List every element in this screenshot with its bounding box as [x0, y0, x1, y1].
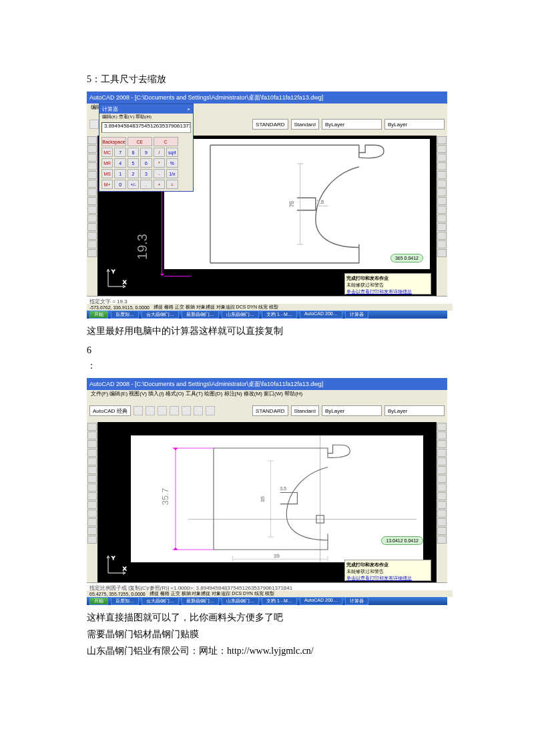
tool-icon[interactable]	[206, 406, 215, 415]
textstyle-dropdown[interactable]: Standard	[291, 405, 319, 416]
calc-1[interactable]: 1	[114, 169, 125, 178]
tool-icon[interactable]	[87, 180, 97, 188]
tool-icon[interactable]	[87, 457, 97, 465]
tool-icon[interactable]	[87, 440, 97, 448]
tool-icon[interactable]	[87, 240, 97, 248]
calc-dot[interactable]: .	[140, 180, 152, 189]
tool-icon[interactable]	[87, 449, 97, 457]
task-item[interactable]: 文档 1 - M…	[262, 311, 297, 319]
bylayer-dropdown[interactable]: ByLayer	[322, 405, 382, 416]
tool-icon[interactable]	[437, 536, 447, 544]
tool-icon[interactable]	[437, 484, 447, 492]
task-item[interactable]: 最新晶钢门…	[182, 597, 219, 605]
task-item[interactable]: AutoCAD 200…	[300, 597, 342, 605]
drawing-area[interactable]: 35.7 35 3.5 35 YX 13.0412 0.0412 完成打印和发布…	[97, 422, 437, 582]
tool-icon[interactable]	[87, 206, 97, 214]
bylayer-dropdown[interactable]: ByLayer	[322, 119, 382, 130]
calc-6[interactable]: 6	[140, 158, 152, 168]
tool-icon[interactable]	[158, 406, 167, 415]
tool-icon[interactable]	[87, 501, 97, 509]
tool-icon[interactable]	[87, 518, 97, 526]
tool-icon[interactable]	[87, 423, 97, 431]
tool-icon[interactable]	[437, 197, 447, 205]
notification-balloon[interactable]: 完成打印和发布作业 未能修获过和警告 单击以查看打印和发布详细信息	[344, 560, 431, 581]
tool-icon[interactable]	[437, 223, 447, 231]
tool-icon[interactable]	[87, 510, 97, 518]
tool-icon[interactable]	[437, 154, 447, 162]
tool-icon[interactable]	[87, 154, 97, 162]
tool-icon[interactable]	[437, 180, 447, 188]
task-item[interactable]: 山东晶钢门…	[222, 311, 259, 319]
task-item[interactable]: 文档 1 - M…	[262, 597, 297, 605]
tool-icon[interactable]	[437, 249, 447, 257]
tool-icon[interactable]	[87, 484, 97, 492]
tool-icon[interactable]	[170, 406, 179, 415]
tool-icon[interactable]	[87, 136, 97, 144]
calc-0[interactable]: 0	[114, 180, 125, 189]
tool-icon[interactable]	[437, 527, 447, 535]
tool-icon[interactable]	[437, 457, 447, 465]
tool-icon[interactable]	[87, 536, 97, 544]
calc-mul[interactable]: *	[154, 158, 165, 168]
tool-icon[interactable]	[437, 431, 447, 439]
tool-icon[interactable]	[437, 492, 447, 500]
tool-icon[interactable]	[87, 527, 97, 535]
calc-backspace[interactable]: Backspace	[101, 137, 126, 146]
tool-icon[interactable]	[437, 214, 447, 222]
tool-icon[interactable]	[89, 120, 99, 129]
tool-icon[interactable]	[87, 431, 97, 439]
tool-icon[interactable]	[87, 188, 97, 196]
textstyle-dropdown[interactable]: Standard	[291, 119, 319, 130]
tool-icon[interactable]	[437, 232, 447, 240]
tool-icon[interactable]	[87, 249, 97, 257]
calc-mc[interactable]: MC	[101, 148, 113, 157]
tool-icon[interactable]	[87, 232, 97, 240]
tool-icon[interactable]	[87, 214, 97, 222]
calculator-window[interactable]: 计算器× 编辑(E) 查看(V) 帮助(H) 3.894945848375451…	[99, 104, 194, 192]
calc-9[interactable]: 9	[140, 148, 152, 157]
tool-icon[interactable]	[437, 162, 447, 170]
tool-icon[interactable]	[87, 466, 97, 474]
tool-icon[interactable]	[87, 197, 97, 205]
calc-div[interactable]: /	[154, 148, 165, 157]
calc-pct[interactable]: %	[166, 158, 178, 168]
dimstyle-dropdown[interactable]: STANDARD	[252, 119, 288, 130]
calc-c[interactable]: C	[154, 137, 178, 146]
tool-icon[interactable]	[87, 223, 97, 231]
notification-balloon[interactable]: 完成打印和发布作业 未能修获过和警告 单击以查看打印和发布详细信息	[344, 273, 431, 295]
task-item[interactable]: 最新晶钢门…	[182, 311, 219, 319]
tool-icon[interactable]	[437, 136, 447, 144]
tool-icon[interactable]	[437, 510, 447, 518]
tool-icon[interactable]	[437, 240, 447, 248]
tool-icon[interactable]	[87, 475, 97, 483]
bylayer-dropdown[interactable]: ByLayer	[384, 119, 445, 130]
task-item[interactable]: AutoCAD 200…	[300, 311, 342, 319]
calc-8[interactable]: 8	[127, 148, 139, 157]
tool-icon[interactable]	[182, 406, 191, 415]
task-item[interactable]: 计算器	[345, 597, 368, 605]
calc-mr[interactable]: MR	[101, 158, 113, 168]
calc-sign[interactable]: +/-	[127, 180, 139, 189]
task-item[interactable]: 百度知…	[111, 311, 139, 319]
tool-icon[interactable]	[437, 145, 447, 153]
calc-sub[interactable]: -	[154, 169, 165, 178]
tool-icon[interactable]	[437, 466, 447, 474]
tool-icon[interactable]	[134, 406, 143, 415]
bylayer-dropdown[interactable]: ByLayer	[384, 405, 445, 416]
task-item[interactable]: 百度知…	[111, 597, 139, 605]
calc-ms[interactable]: MS	[101, 169, 113, 178]
tool-icon[interactable]	[87, 145, 97, 153]
calc-eq[interactable]: =	[166, 180, 178, 189]
workspace-dropdown[interactable]: AutoCAD 经典	[89, 405, 131, 416]
tool-icon[interactable]	[194, 406, 203, 415]
calc-inv[interactable]: 1/x	[166, 169, 178, 178]
start-button[interactable]: 开始	[89, 311, 108, 319]
dimstyle-dropdown[interactable]: STANDARD	[252, 405, 288, 416]
close-icon[interactable]: ×	[187, 106, 190, 112]
calc-3[interactable]: 3	[140, 169, 152, 178]
calc-sqrt[interactable]: sqrt	[166, 148, 178, 157]
task-item[interactable]: 山东晶钢门…	[222, 597, 259, 605]
tool-icon[interactable]	[437, 188, 447, 196]
tool-icon[interactable]	[437, 501, 447, 509]
tool-icon[interactable]	[437, 423, 447, 431]
